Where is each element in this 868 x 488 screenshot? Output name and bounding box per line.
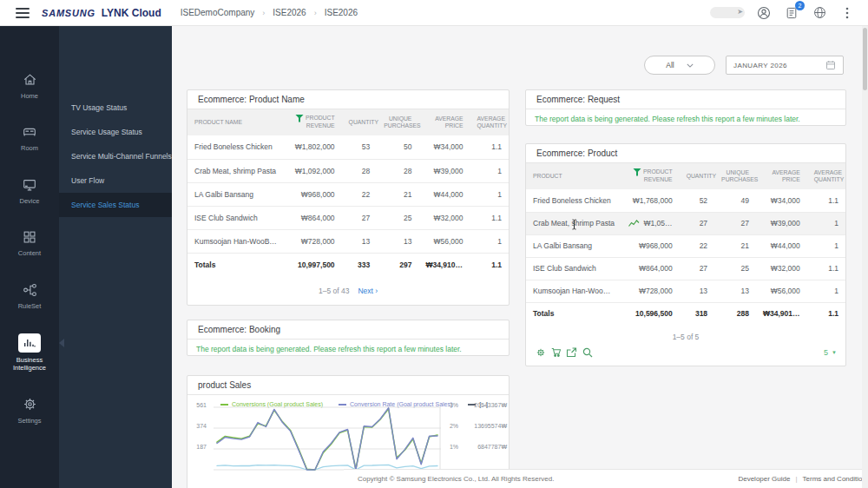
sidebar-item-room[interactable]: Room bbox=[0, 123, 59, 152]
sidebar-item-label: Home bbox=[21, 92, 38, 100]
zoom-button[interactable] bbox=[582, 346, 593, 358]
table-row[interactable]: ISE Club Sandwich₩864,0002725₩32,0001.1 bbox=[526, 257, 845, 280]
vertical-scrollbar[interactable] bbox=[862, 26, 868, 488]
report-settings-button[interactable] bbox=[535, 346, 546, 358]
submenu-item-service-multi-channel-funnels[interactable]: Service Multi-Channel Funnels bbox=[59, 144, 172, 168]
table-row[interactable]: Kumsoojan Han-WooBeef Tartar B...₩728,00… bbox=[187, 229, 509, 253]
table-cell: ₩1,053,000 bbox=[621, 212, 679, 234]
column-header[interactable]: QUANTITY bbox=[680, 163, 714, 189]
table-cell: 1 bbox=[807, 234, 845, 257]
submenu-item-tv-usage-status[interactable]: TV Usage Status bbox=[59, 96, 172, 120]
column-header[interactable]: PRODUCT bbox=[526, 163, 621, 189]
submenu-item-service-sales-status[interactable]: Service Sales Status bbox=[59, 193, 172, 217]
caret-down-icon: ▼ bbox=[832, 350, 837, 355]
more-menu-button[interactable] bbox=[838, 4, 856, 22]
column-header[interactable]: QUANTITY bbox=[342, 109, 378, 135]
card-title: Ecommerce: Booking bbox=[187, 320, 509, 340]
footer-link-developer-guide[interactable]: Developer Guide bbox=[738, 475, 790, 483]
table-row[interactable]: LA Galbi Bansang₩968,0002221₩44,0001 bbox=[526, 234, 845, 257]
sidebar-item-label: Content bbox=[18, 249, 41, 257]
breadcrumb-separator-icon: › bbox=[314, 9, 317, 17]
breadcrumb-company[interactable]: ISEDemoCompany bbox=[181, 8, 255, 17]
sidebar-item-label: Room bbox=[21, 144, 38, 152]
table-cell: 1 bbox=[470, 182, 509, 206]
submenu-item-service-usage-status[interactable]: Service Usage Status bbox=[59, 120, 172, 144]
table-cell: ₩728,000 bbox=[621, 280, 679, 302]
page-size-select[interactable]: 5 ▼ bbox=[824, 348, 837, 357]
column-header[interactable]: UNIQUE PURCHASES bbox=[714, 163, 756, 189]
table-row[interactable]: Crab Meat, shrimp Pasta₩1,092,0002828₩39… bbox=[187, 159, 509, 182]
table-cell: ISE Club Sandwich bbox=[187, 206, 284, 229]
table-cell: 27 bbox=[680, 257, 714, 280]
hamburger-menu-icon[interactable] bbox=[16, 8, 30, 18]
card-title: Ecommerce: Product bbox=[526, 144, 845, 163]
sidebar-item-label: Device bbox=[20, 197, 40, 205]
category-filter-select[interactable]: All bbox=[644, 56, 715, 75]
totals-row: Totals10,997,500333297₩34,910.771.1 bbox=[187, 253, 509, 276]
search-input-collapsed[interactable]: ➤ bbox=[710, 7, 745, 18]
profile-button[interactable] bbox=[755, 4, 773, 22]
primary-sidebar: Home Room Device Content RuleSet Busines… bbox=[0, 26, 59, 488]
table-cell: 1 bbox=[470, 229, 509, 253]
sidebar-item-label: RuleSet bbox=[18, 302, 42, 310]
home-icon bbox=[22, 72, 38, 88]
cart-button[interactable] bbox=[550, 346, 562, 358]
ecommerce-booking-card: Ecommerce: Booking The report data is be… bbox=[187, 320, 510, 356]
pagination: 1–5 of 43 Next › bbox=[187, 287, 509, 295]
scrollbar-thumb[interactable] bbox=[863, 28, 867, 90]
globe-icon bbox=[812, 5, 827, 20]
chevron-down-icon bbox=[687, 63, 694, 68]
breadcrumb-site[interactable]: ISE2026 bbox=[273, 8, 306, 17]
right-axis-pct-tick: 3% bbox=[444, 402, 458, 408]
table-cell: 27 bbox=[714, 212, 756, 234]
table-row[interactable]: LA Galbi Bansang₩968,0002221₩44,0001 bbox=[187, 182, 509, 206]
notifications-button[interactable]: 2 bbox=[783, 4, 800, 22]
calendar-icon bbox=[825, 60, 836, 70]
ecommerce-request-card: Ecommerce: Request The report data is be… bbox=[525, 89, 846, 126]
column-header[interactable]: AVERAGE QUANTITY bbox=[470, 109, 509, 135]
table-row[interactable]: Fried Boneless Chicken₩1,768,0005249₩34,… bbox=[526, 189, 845, 212]
sidebar-item-business-intelligence[interactable]: Business Intelligence bbox=[0, 333, 59, 373]
card-title: product Sales bbox=[187, 376, 509, 395]
table-cell: 50 bbox=[377, 135, 418, 159]
totals-cell: 1.1 bbox=[807, 302, 845, 325]
column-header[interactable]: AVERAGE PRICE bbox=[756, 163, 807, 189]
breadcrumb: ISEDemoCompany › ISE2026 › ISE2026 bbox=[181, 8, 358, 17]
column-header[interactable]: UNIQUE PURCHASES bbox=[377, 109, 418, 135]
column-header[interactable]: AVERAGE PRICE bbox=[418, 109, 470, 135]
app-logo[interactable]: SAMSUNG LYNK Cloud bbox=[42, 7, 161, 19]
column-header[interactable]: PRODUCT REVENUE bbox=[621, 163, 679, 189]
next-page-link[interactable]: Next › bbox=[358, 287, 378, 295]
language-button[interactable] bbox=[811, 4, 828, 22]
totals-cell: ₩34,901.04 bbox=[756, 302, 807, 325]
sidebar-item-home[interactable]: Home bbox=[0, 71, 59, 100]
table-cell: ₩864,000 bbox=[284, 206, 342, 229]
table-row[interactable]: Kumsoojan Han-WooBeef Tartar B...₩728,00… bbox=[526, 280, 845, 302]
export-button[interactable] bbox=[566, 346, 577, 358]
gear-icon bbox=[22, 396, 38, 412]
sidebar-item-device[interactable]: Device bbox=[0, 176, 59, 205]
breadcrumb-page[interactable]: ISE2026 bbox=[325, 8, 358, 17]
table-cell: ₩1,768,000 bbox=[621, 189, 679, 212]
table-row[interactable]: Fried Boneless Chicken₩1,802,0005350₩34,… bbox=[187, 135, 509, 159]
column-header[interactable]: PRODUCT REVENUE bbox=[284, 109, 342, 135]
column-header[interactable]: PRODUCT NAME bbox=[187, 109, 284, 135]
table-cell: ₩1,802,000 bbox=[284, 135, 342, 159]
submenu-item-user-flow[interactable]: User Flow bbox=[59, 168, 172, 193]
table-header-row: PRODUCT NAMEPRODUCT REVENUEQUANTITYUNIQU… bbox=[187, 109, 509, 135]
app-window: SAMSUNG LYNK Cloud ISEDemoCompany › ISE2… bbox=[0, 0, 868, 488]
sidebar-item-settings[interactable]: Settings bbox=[0, 396, 59, 425]
table-row[interactable]: ISE Club Sandwich₩864,0002725₩32,0001.1 bbox=[187, 206, 509, 229]
sidebar-item-content[interactable]: Content bbox=[0, 228, 59, 257]
footer-link-terms[interactable]: Terms and Conditions bbox=[803, 475, 868, 483]
table-cell: 49 bbox=[714, 189, 756, 212]
sidebar-item-ruleset[interactable]: RuleSet bbox=[0, 281, 59, 310]
product-table: PRODUCTPRODUCT REVENUEQUANTITYUNIQUE PUR… bbox=[526, 163, 845, 325]
column-header[interactable]: AVERAGE QUANTITY bbox=[807, 163, 845, 189]
table-cell: ₩728,000 bbox=[284, 229, 342, 253]
table-cell: 28 bbox=[342, 159, 378, 182]
sidebar-item-label: Business Intelligence bbox=[7, 356, 52, 373]
table-cell: 27 bbox=[680, 212, 714, 234]
right-axis-won-tick: 20543367₩ bbox=[462, 402, 507, 408]
date-filter-input[interactable]: JANUARY 2026 bbox=[726, 56, 844, 75]
